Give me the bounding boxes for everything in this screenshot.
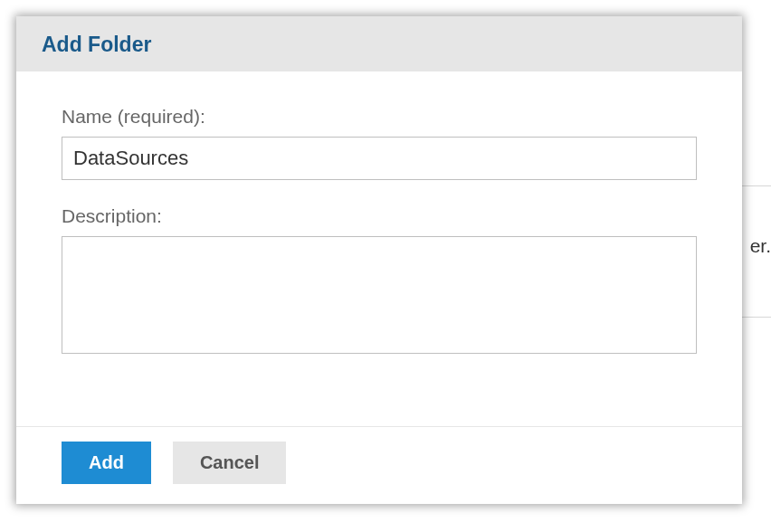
add-folder-dialog: Add Folder Name (required): Description:…: [16, 16, 742, 504]
name-input[interactable]: [62, 137, 697, 180]
name-label: Name (required):: [62, 106, 697, 128]
dialog-title: Add Folder: [42, 33, 717, 57]
description-input[interactable]: [62, 236, 697, 354]
add-button[interactable]: Add: [62, 442, 151, 484]
cancel-button[interactable]: Cancel: [173, 442, 287, 484]
background-partial-text: er.: [750, 235, 771, 257]
description-label: Description:: [62, 205, 697, 227]
name-form-group: Name (required):: [62, 106, 697, 180]
description-form-group: Description:: [62, 205, 697, 357]
dialog-header: Add Folder: [16, 16, 742, 71]
dialog-body: Name (required): Description:: [16, 71, 742, 426]
dialog-footer: Add Cancel: [16, 426, 742, 504]
